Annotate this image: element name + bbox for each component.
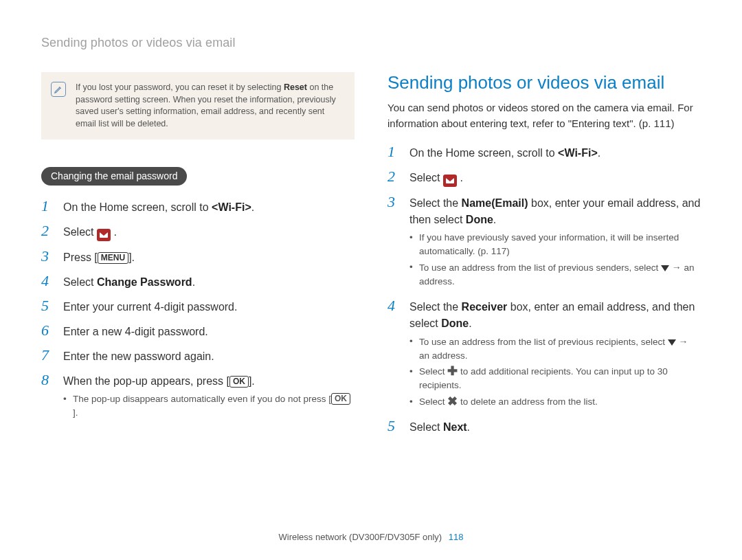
step-number: 6 (41, 322, 55, 339)
step-number: 1 (41, 198, 55, 214)
right-column: Sending photos or videos via email You c… (387, 72, 701, 443)
sub-bullets: If you have previously saved your inform… (409, 231, 701, 288)
step-text: On the Home screen, scroll to <Wi-Fi>. (63, 198, 355, 216)
menu-button-glyph: MENU (98, 252, 128, 264)
step-text: When the pop-up appears, press [OK]. The… (63, 372, 355, 422)
step-5: 5 Enter your current 4-digit password. (41, 298, 355, 315)
step-7: 7 Enter the new password again. (41, 347, 355, 365)
ok-button-glyph: OK (331, 393, 350, 405)
plus-icon: ✚ (447, 364, 458, 378)
text: Select (419, 396, 447, 407)
arrow-right-icon: → (678, 336, 688, 347)
text: Press [ (63, 251, 98, 263)
manual-page: Sending photos or videos via email If yo… (0, 0, 742, 560)
text: On the Home screen, scroll to (63, 201, 212, 213)
step-4: 4 Select Change Password. (41, 273, 355, 291)
send-email-steps: 1 On the Home screen, scroll to <Wi-Fi>.… (387, 144, 701, 436)
step-number: 1 (387, 144, 401, 160)
step-number: 5 (41, 298, 55, 314)
bold-wifi: <Wi-Fi> (212, 201, 251, 213)
triangle-down-icon (668, 339, 676, 346)
note-text-prefix: If you lost your password, you can reset… (76, 82, 284, 92)
text: Select the (409, 301, 462, 313)
sub-bullet: To use an address from the list of previ… (409, 335, 701, 362)
step-text: Select Change Password. (63, 273, 355, 291)
sub-bullet: The pop-up disappears automatically even… (63, 392, 355, 419)
step-text: On the Home screen, scroll to <Wi-Fi>. (409, 144, 701, 161)
text: . (192, 276, 195, 288)
left-column: If you lost your password, you can reset… (41, 72, 355, 443)
step-number: 8 (41, 372, 55, 388)
arrow-right-icon: → (672, 262, 682, 273)
text: ]. (128, 251, 135, 263)
step-text: Enter a new 4-digit password. (63, 322, 355, 340)
step-6: 6 Enter a new 4-digit password. (41, 322, 355, 340)
bold-wifi: <Wi-Fi> (558, 147, 598, 159)
footer-text: Wireless network (DV300F/DV305F only) (278, 532, 442, 542)
step-number: 4 (41, 273, 55, 289)
bold-done: Done (441, 317, 469, 329)
sub-bullet: To use an address from the list of previ… (409, 260, 701, 288)
sub-bullet: Select ✖ to delete an address from the l… (409, 395, 701, 409)
section-title: Sending photos or videos via email (387, 72, 701, 93)
step-4: 4 Select the Receiver box, enter an emai… (387, 298, 701, 411)
text: ]. (73, 407, 78, 418)
text: . (467, 421, 470, 433)
step-3: 3 Press [MENU]. (41, 248, 355, 266)
text: Select (419, 366, 447, 377)
text: ]. (249, 375, 255, 387)
bold-receiver: Receiver (462, 301, 508, 313)
note-bold-reset: Reset (284, 82, 307, 92)
step-5: 5 Select Next. (387, 418, 701, 436)
step-number: 5 (387, 418, 401, 434)
text: Select (63, 276, 97, 288)
pencil-note-icon (51, 82, 66, 97)
ok-button-glyph: OK (229, 376, 249, 388)
email-app-icon (97, 229, 111, 241)
bold-change-password: Change Password (97, 276, 192, 288)
text: Select the (409, 197, 462, 209)
section-intro: You can send photos or videos stored on … (387, 100, 701, 131)
text: . (251, 201, 254, 213)
step-number: 2 (41, 223, 55, 239)
bold-name-email: Name(Email) (462, 197, 528, 209)
reset-password-note: If you lost your password, you can reset… (41, 72, 355, 139)
sub-bullets: To use an address from the list of previ… (409, 335, 701, 408)
step-text: Press [MENU]. (63, 248, 355, 266)
text: Select (409, 172, 443, 183)
step-number: 7 (41, 347, 55, 363)
step-number: 3 (41, 248, 55, 265)
sub-bullet: If you have previously saved your inform… (409, 231, 701, 258)
text: Select (409, 421, 443, 433)
change-password-steps: 1 On the Home screen, scroll to <Wi-Fi>.… (41, 198, 355, 422)
sub-bullet: Select ✚ to add additional recipients. Y… (409, 365, 701, 392)
email-app-icon (443, 175, 457, 187)
page-footer: Wireless network (DV300F/DV305F only) 11… (0, 532, 742, 542)
step-1: 1 On the Home screen, scroll to <Wi-Fi>. (41, 198, 355, 216)
step-text: Select the Name(Email) box, enter your e… (409, 194, 701, 291)
step-1: 1 On the Home screen, scroll to <Wi-Fi>. (387, 144, 701, 161)
step-2: 2 Select . (41, 223, 355, 241)
triangle-down-icon (661, 265, 669, 271)
text: . (598, 147, 600, 159)
step-text: Select . (63, 223, 355, 241)
step-text: Enter the new password again. (63, 347, 355, 365)
two-column-layout: If you lost your password, you can reset… (41, 72, 701, 443)
step-text: Select . (409, 168, 701, 187)
x-icon: ✖ (447, 394, 458, 408)
sub-bullets: The pop-up disappears automatically even… (63, 392, 355, 419)
text: . (469, 317, 471, 329)
step-text: Select the Receiver box, enter an email … (409, 298, 701, 411)
step-text: Select Next. (409, 418, 701, 436)
running-header: Sending photos or videos via email (41, 36, 701, 50)
text: To use an address from the list of previ… (419, 262, 661, 273)
step-text: Enter your current 4-digit password. (63, 298, 355, 315)
text: to delete an address from the list. (460, 396, 598, 407)
page-number: 118 (449, 532, 464, 542)
text: . (460, 172, 462, 183)
section-pill-change-password: Changing the email password (41, 167, 187, 186)
text: . (113, 226, 116, 238)
step-3: 3 Select the Name(Email) box, enter your… (387, 194, 701, 291)
bold-done: Done (466, 214, 493, 225)
step-2: 2 Select . (387, 168, 701, 187)
